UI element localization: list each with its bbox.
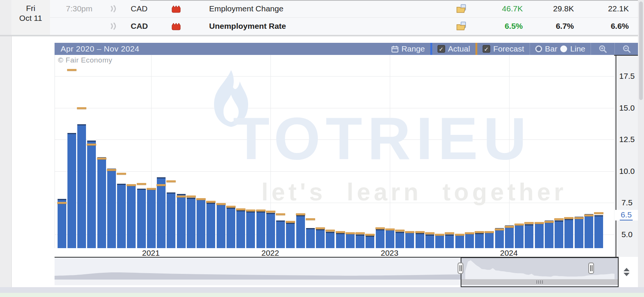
x-tick-label: 2021: [124, 249, 177, 258]
currency-label: CAD: [131, 0, 153, 17]
forecast-marker: [485, 231, 494, 233]
actual-bar[interactable]: [177, 194, 186, 248]
actual-bar[interactable]: [405, 232, 414, 248]
sound-icon[interactable]: [108, 17, 119, 35]
calendar-icon: [391, 45, 399, 53]
actual-bar[interactable]: [167, 192, 175, 248]
navigator-history-area[interactable]: [55, 258, 461, 280]
forecast-marker: [445, 232, 454, 234]
forecast-toggle[interactable]: ✓ Forecast: [477, 43, 530, 55]
actual-bar[interactable]: [585, 214, 593, 248]
bar-radio[interactable]: [535, 45, 542, 52]
forecast-marker: [395, 230, 405, 231]
actual-bar[interactable]: [147, 189, 156, 248]
actual-bar[interactable]: [326, 232, 335, 248]
actual-bar[interactable]: [356, 234, 364, 249]
navigator-left-handle[interactable]: [458, 263, 463, 274]
actual-bar[interactable]: [246, 211, 255, 248]
actual-bar[interactable]: [575, 217, 583, 248]
actual-bar[interactable]: [266, 213, 275, 248]
actual-bar[interactable]: [197, 199, 205, 248]
actual-bar[interactable]: [117, 184, 126, 248]
navigator-scrollbar-thumb[interactable]: [461, 279, 618, 285]
actual-bar[interactable]: [187, 198, 195, 248]
page-scrollbar-thumb[interactable]: [639, 2, 643, 100]
event-detail-icon[interactable]: [455, 17, 468, 35]
line-radio[interactable]: [560, 45, 567, 52]
unemployment-rate-chart[interactable]: TOTRIEU let's learn together © Fair Econ…: [55, 55, 614, 248]
actual-toggle[interactable]: ✓ Actual: [432, 43, 475, 55]
event-title[interactable]: Employment Change: [209, 0, 421, 17]
y-tick-label: 5.0: [616, 230, 638, 239]
actual-bar[interactable]: [87, 141, 96, 248]
forecast-marker: [286, 221, 295, 223]
navigator-zoom-stepper[interactable]: [623, 266, 630, 278]
actual-bar[interactable]: [316, 229, 325, 248]
event-row-unemployment-rate[interactable]: CAD Unemployment Rate 6.5% 6.7% 6.6%: [50, 17, 638, 35]
actual-bar[interactable]: [475, 233, 484, 248]
actual-bar[interactable]: [137, 189, 146, 248]
actual-bar[interactable]: [276, 220, 285, 248]
date-day: Oct 11: [11, 14, 50, 23]
actual-bar[interactable]: [376, 229, 385, 248]
step-down-icon[interactable]: [624, 273, 630, 276]
actual-bar[interactable]: [555, 220, 563, 248]
actual-bar[interactable]: [346, 233, 355, 248]
actual-bar[interactable]: [505, 225, 514, 248]
actual-bar[interactable]: [416, 233, 424, 248]
actual-bar[interactable]: [545, 220, 553, 248]
actual-bar[interactable]: [594, 215, 603, 248]
actual-bar[interactable]: [386, 229, 394, 248]
event-row-employment-change[interactable]: 7:30pm CAD Employment Change 46: [50, 0, 638, 18]
navigator-selected-range[interactable]: [461, 257, 619, 287]
actual-bar[interactable]: [306, 228, 315, 248]
zoom-in-icon: [599, 45, 607, 53]
forecast-marker: [236, 208, 245, 210]
actual-bar[interactable]: [515, 224, 524, 248]
actual-bar[interactable]: [495, 228, 504, 248]
y-axis-line: [616, 55, 616, 257]
actual-bar[interactable]: [236, 210, 245, 248]
navigator-right-handle[interactable]: [588, 263, 594, 274]
actual-bar[interactable]: [127, 185, 136, 248]
actual-bar[interactable]: [395, 232, 404, 248]
range-navigator[interactable]: [55, 258, 619, 287]
actual-bar[interactable]: [525, 224, 533, 248]
step-up-icon[interactable]: [624, 268, 630, 271]
actual-bar[interactable]: [227, 208, 235, 248]
actual-bar[interactable]: [97, 157, 106, 248]
actual-bar[interactable]: [286, 223, 295, 248]
forecast-marker: [206, 201, 216, 203]
actual-bar[interactable]: [465, 233, 474, 248]
actual-bar[interactable]: [58, 199, 66, 248]
zoom-out-button[interactable]: [615, 43, 638, 55]
sound-icon[interactable]: [108, 0, 119, 17]
forecast-marker: [345, 232, 355, 234]
checkbox-checked-icon[interactable]: ✓: [483, 45, 490, 53]
previous-value: 22.1K: [583, 0, 629, 17]
actual-bar[interactable]: [564, 219, 573, 248]
actual-bar[interactable]: [535, 223, 544, 248]
zoom-in-button[interactable]: [591, 43, 614, 55]
actual-bar[interactable]: [67, 133, 76, 248]
event-title[interactable]: Unemployment Rate: [209, 17, 421, 35]
actual-bar[interactable]: [157, 177, 166, 248]
actual-bar[interactable]: [485, 232, 494, 248]
actual-bar[interactable]: [445, 234, 454, 249]
actual-bar[interactable]: [336, 233, 345, 248]
forecast-marker: [495, 228, 504, 230]
actual-bar[interactable]: [256, 211, 265, 248]
actual-bar[interactable]: [77, 124, 86, 248]
actual-bar[interactable]: [296, 215, 305, 248]
checkbox-checked-icon[interactable]: ✓: [438, 45, 445, 53]
forecast-marker: [375, 227, 385, 229]
actual-bar[interactable]: [206, 203, 215, 248]
range-button[interactable]: Range: [386, 43, 430, 55]
event-detail-icon[interactable]: [455, 0, 468, 17]
actual-bar[interactable]: [217, 204, 225, 248]
actual-bar[interactable]: [425, 234, 434, 249]
actual-bar[interactable]: [455, 234, 464, 249]
actual-bar[interactable]: [107, 169, 116, 248]
actual-bar[interactable]: [435, 234, 444, 249]
actual-bar[interactable]: [366, 236, 374, 248]
